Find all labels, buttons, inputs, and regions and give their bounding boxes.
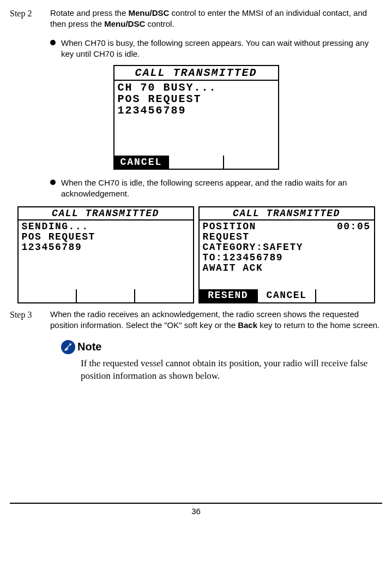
lcd-screen-sending: CALL TRANSMITTED SENDING... POS REQUEST … (17, 206, 194, 303)
bullet-2: When the CH70 is idle, the following scr… (50, 177, 382, 200)
lcd1-title: CALL TRANSMITTED (114, 66, 278, 81)
bullet-2-text: When the CH70 is idle, the following scr… (61, 177, 382, 200)
lcd2-sk1 (19, 289, 76, 302)
note-body: If the requested vessel cannot obtain it… (81, 357, 382, 383)
page-footer: 36 (10, 503, 382, 517)
lcd3-line5: AWAIT ACK (203, 263, 263, 273)
lcd3-line3: CATEGORY:SAFETY (203, 242, 304, 253)
lcd-screen-busy: CALL TRANSMITTED CH 70 BUSY... POS REQUE… (113, 65, 279, 170)
lcd1-wrap: CALL TRANSMITTED CH 70 BUSY... POS REQUE… (10, 65, 382, 170)
lcd1-line2: POS REQUEST (118, 93, 202, 105)
lcd3-row1-right: 00:05 (337, 222, 371, 232)
note-heading: Note (61, 339, 382, 354)
lcd1-body: CH 70 BUSY... POS REQUEST 123456789 (114, 81, 278, 156)
step-2-body: Rotate and press the Menu/DSC control to… (50, 8, 382, 30)
note-label: Note (77, 339, 101, 354)
step3-text-b: key to return to the home screen. (257, 320, 379, 330)
lcd2-title: CALL TRANSMITTED (19, 207, 193, 221)
lcd3-sk-resend: RESEND (200, 289, 257, 302)
lcd3-sk3 (315, 289, 373, 302)
bullet-1: When CH70 is busy, the following screen … (50, 38, 382, 60)
lcd2-softkeys (19, 289, 193, 302)
lcd3-title: CALL TRANSMITTED (200, 207, 374, 221)
bullet-dot-icon (50, 180, 56, 185)
note-icon (61, 340, 75, 354)
lcd1-sk2 (168, 156, 223, 169)
step2-text-a: Rotate and press the (50, 8, 128, 17)
step-3-label: Step 3 (10, 309, 43, 331)
step3-bold-a: Back (238, 320, 257, 330)
lcd3-line4: TO:123456789 (203, 252, 284, 263)
step2-text-c: control. (145, 19, 174, 28)
lcd3-row1-left: POSITION (203, 222, 256, 232)
step2-bold-b: Menu/DSC (104, 19, 145, 28)
step2-bold-a: Menu/DSC (128, 8, 169, 17)
step-3-body: When the radio receives an acknowledgeme… (50, 309, 382, 331)
lcd2-line1: SENDING... (22, 221, 89, 232)
bullet-1-text: When CH70 is busy, the following screen … (61, 38, 382, 60)
page-number: 36 (191, 506, 201, 516)
step-2-row: Step 2 Rotate and press the Menu/DSC con… (10, 8, 382, 30)
lcd2-sk2 (76, 289, 134, 302)
lcd3-softkeys: RESEND CANCEL (200, 289, 374, 302)
lcd2-sk3 (134, 289, 192, 302)
lcd2-line3: 123456789 (22, 242, 82, 253)
lcd1-softkeys: CANCEL (114, 156, 278, 169)
lcd2-body: SENDING... POS REQUEST 123456789 (19, 221, 193, 289)
lcd3-body: POSITION00:05REQUEST CATEGORY:SAFETY TO:… (200, 221, 374, 289)
lcd3-line2: REQUEST (203, 231, 250, 242)
step-3-row: Step 3 When the radio receives an acknow… (10, 309, 382, 331)
step-2-label: Step 2 (10, 8, 43, 30)
lcd-screen-await-ack: CALL TRANSMITTED POSITION00:05REQUEST CA… (198, 206, 375, 303)
lcd1-sk3 (223, 156, 278, 169)
lcd1-line1: CH 70 BUSY... (118, 81, 217, 94)
bullet-dot-icon (50, 40, 56, 45)
lcd1-sk-cancel: CANCEL (114, 156, 168, 169)
lcd3-sk-cancel: CANCEL (257, 289, 315, 302)
lcd1-line3: 123456789 (118, 104, 186, 117)
lcd-pair: CALL TRANSMITTED SENDING... POS REQUEST … (10, 206, 382, 303)
lcd2-line2: POS REQUEST (22, 231, 95, 242)
